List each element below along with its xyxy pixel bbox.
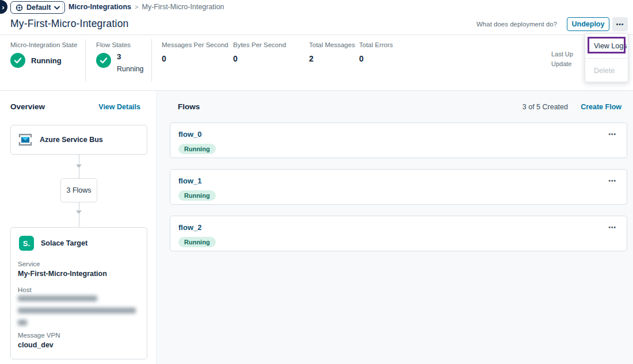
flow-card: flow_1 Running ••• bbox=[170, 169, 627, 205]
running-check-icon bbox=[96, 53, 111, 68]
metric-value: 2 bbox=[309, 54, 355, 63]
flow-status-badge: Running bbox=[178, 237, 216, 247]
metric-bytes-per-second: Bytes Per Second 0 bbox=[233, 41, 286, 63]
flow-states-count: 3 bbox=[117, 53, 144, 62]
breadcrumb: Micro-Integrations > My-First-Micro-Inte… bbox=[68, 3, 224, 11]
micro-integration-page: › Default Micro-Integrations > My-First-… bbox=[0, 0, 633, 364]
breadcrumb-current: My-First-Micro-Integration bbox=[142, 3, 224, 11]
stat-value: Running bbox=[31, 56, 62, 65]
last-updated-line1: Last Up bbox=[551, 49, 573, 59]
service-value: My-First-Micro-Integration bbox=[18, 270, 107, 278]
arrow-down-icon bbox=[76, 210, 82, 214]
chevron-right-icon: › bbox=[2, 3, 4, 12]
flow-states-value: Running bbox=[117, 65, 144, 73]
stat-flow-states: Flow States 3 Running bbox=[96, 41, 144, 73]
metric-value: 0 bbox=[162, 54, 228, 63]
flow-card: flow_2 Running ••• bbox=[170, 216, 627, 251]
solace-logo-icon: S. bbox=[19, 236, 34, 251]
view-logs-menu-item[interactable]: View Logs bbox=[585, 34, 628, 58]
source-name: Azure Service Bus bbox=[40, 136, 103, 144]
metric-label: Total Messages bbox=[309, 41, 355, 48]
stat-label: Micro-Integration State bbox=[10, 41, 77, 48]
flow-name-link[interactable]: flow_1 bbox=[178, 177, 201, 185]
metric-label: Messages Per Second bbox=[162, 41, 228, 48]
divider bbox=[0, 35, 633, 35]
flows-count-node: 3 Flows bbox=[60, 178, 97, 202]
flows-panel: Flows 3 of 5 Created Create Flow flow_0 … bbox=[158, 91, 633, 364]
host-value-redacted bbox=[18, 308, 136, 313]
flow-name-link[interactable]: flow_2 bbox=[178, 223, 201, 232]
flows-title: Flows bbox=[178, 102, 200, 111]
arrow-down-icon bbox=[76, 164, 82, 168]
running-check-icon bbox=[10, 53, 25, 68]
metric-label: Total Errors bbox=[359, 41, 393, 48]
flow-more-actions-button[interactable]: ••• bbox=[608, 131, 616, 137]
host-value-redacted bbox=[18, 320, 27, 325]
metric-value: 0 bbox=[359, 54, 393, 63]
flow-more-actions-button[interactable]: ••• bbox=[608, 224, 616, 231]
connector-line bbox=[79, 202, 79, 227]
metric-total-errors: Total Errors 0 bbox=[359, 41, 393, 63]
workspace-name: Default bbox=[26, 3, 51, 12]
create-flow-link[interactable]: Create Flow bbox=[581, 103, 621, 111]
flow-card: flow_0 Running ••• bbox=[170, 122, 627, 158]
host-value-redacted bbox=[18, 296, 97, 301]
stat-label: Flow States bbox=[96, 41, 144, 48]
last-updated-text: Last Up Update bbox=[551, 49, 573, 69]
metric-label: Bytes Per Second bbox=[233, 41, 286, 48]
view-details-link[interactable]: View Details bbox=[98, 103, 140, 111]
metric-messages-per-second: Messages Per Second 0 bbox=[162, 41, 228, 63]
datacenter-icon bbox=[16, 4, 23, 12]
metric-value: 0 bbox=[233, 54, 286, 63]
message-vpn-value: cloud_dev bbox=[18, 341, 54, 349]
breadcrumb-micro-integrations[interactable]: Micro-Integrations bbox=[68, 3, 131, 11]
azure-service-bus-node: Azure Service Bus bbox=[10, 125, 147, 155]
flow-status-badge: Running bbox=[178, 190, 216, 201]
page-title: My-First-Micro-Integration bbox=[10, 18, 129, 30]
overview-title: Overview bbox=[10, 102, 45, 111]
deployment-help-link[interactable]: What does deployment do? bbox=[476, 21, 557, 28]
flow-more-actions-button[interactable]: ••• bbox=[608, 178, 616, 184]
workspace-dropdown[interactable]: Default bbox=[10, 1, 65, 14]
last-updated-line2: Update bbox=[551, 59, 573, 69]
stats-divider bbox=[85, 39, 86, 82]
host-label: Host bbox=[18, 286, 32, 293]
delete-menu-item-disabled: Delete bbox=[585, 59, 628, 82]
page-more-actions-button[interactable]: ••• bbox=[612, 17, 628, 31]
overview-panel: Overview View Details Azure Service Bus … bbox=[0, 91, 157, 364]
flow-status-badge: Running bbox=[178, 144, 216, 154]
solace-target-node: S. Solace Target Service My-First-Micro-… bbox=[10, 227, 147, 359]
service-label: Service bbox=[18, 260, 40, 267]
metric-total-messages: Total Messages 2 bbox=[309, 41, 355, 63]
stat-mi-state: Micro-Integration State Running bbox=[10, 41, 77, 68]
undeploy-button[interactable]: Undeploy bbox=[567, 17, 609, 31]
flows-count-text: 3 of 5 Created bbox=[523, 103, 568, 111]
chevron-down-icon bbox=[54, 6, 60, 10]
page-actions-menu: View Logs Delete bbox=[585, 33, 628, 82]
topbar-divider bbox=[62, 2, 63, 13]
breadcrumb-separator: > bbox=[135, 3, 138, 10]
azure-service-bus-icon bbox=[18, 133, 33, 147]
flow-name-link[interactable]: flow_0 bbox=[178, 130, 201, 139]
target-title: Solace Target bbox=[41, 239, 87, 247]
expand-sidebar-button[interactable]: › bbox=[0, 0, 7, 14]
stats-divider bbox=[151, 39, 152, 82]
message-vpn-label: Message VPN bbox=[18, 332, 60, 339]
